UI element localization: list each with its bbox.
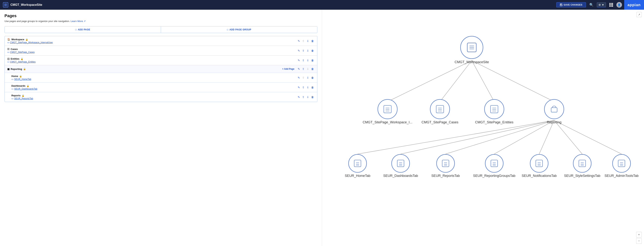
- move-up-button[interactable]: ⇧: [302, 76, 305, 80]
- node-reports: SEUR_ReportsTab: [431, 154, 460, 178]
- delete-button[interactable]: 🗑: [310, 86, 314, 89]
- row-info: 🏠 Workspace 🔒 ▭ CMGT_SitePage_Workspace_…: [7, 38, 297, 44]
- lock-icon: 🔒: [22, 94, 24, 97]
- page-icon: ▭: [7, 51, 9, 53]
- row-link: ▭ SEUR_DashboardsTab: [12, 88, 297, 90]
- right-panel: CMGT_WorkspaceSite CMGT_SitePage_Workspa…: [322, 10, 644, 246]
- row-info: Dashboards 🔒 ▭ SEUR_DashboardsTab: [12, 84, 297, 90]
- edit-button[interactable]: ✎: [297, 49, 301, 52]
- delete-button[interactable]: 🗑: [310, 67, 314, 71]
- svg-rect-2: [4, 5, 6, 6]
- edit-button[interactable]: ✎: [297, 95, 301, 99]
- grid-icon: [609, 3, 613, 7]
- move-down-button[interactable]: ⇩: [306, 86, 310, 89]
- reports-link[interactable]: SEUR_ReportsTab: [14, 97, 33, 100]
- row-name: ☷ Cases: [7, 48, 297, 50]
- cases-link[interactable]: CMGT_SitePage_Cases: [10, 51, 34, 53]
- move-up-button[interactable]: ⇧: [302, 95, 305, 99]
- move-down-button[interactable]: ⇩: [306, 67, 310, 71]
- topnav: CMGT_WorkspaceSite SAVE CHANGES 🔍 ⚙ ▼ 👤 …: [0, 0, 644, 10]
- delete-button[interactable]: 🗑: [310, 76, 314, 80]
- move-down-button[interactable]: ⇩: [306, 58, 310, 62]
- row-link: ▭ SEUR_HomeTab: [12, 78, 297, 80]
- svg-line-11: [358, 120, 554, 154]
- page-subtitle: Use pages and page groups to organize yo…: [4, 20, 317, 22]
- zoom-out-button[interactable]: −: [636, 238, 642, 244]
- svg-text:SEUR_DashboardsTab: SEUR_DashboardsTab: [383, 174, 418, 178]
- page-icon: ▭: [12, 88, 14, 90]
- edit-button[interactable]: ✎: [297, 76, 301, 80]
- page-list: 🏠 Workspace 🔒 ▭ CMGT_SitePage_Workspace_…: [4, 36, 317, 102]
- move-up-button[interactable]: ⇧: [302, 67, 305, 71]
- grid-menu-button[interactable]: [608, 2, 614, 7]
- chart-icon: ▦: [7, 68, 10, 70]
- add-page-inline-link[interactable]: + Add Page: [282, 68, 294, 70]
- row-actions: ✎ ⇧ ⇩ 🗑: [297, 49, 314, 52]
- home-link[interactable]: SEUR_HomeTab: [14, 78, 31, 80]
- node-root: CMGT_WorkspaceSite: [455, 36, 489, 64]
- edit-button[interactable]: ✎: [297, 58, 301, 62]
- move-up-button[interactable]: ⇧: [302, 58, 305, 62]
- page-icon: ▭: [7, 61, 9, 63]
- entities-icon: ◫: [7, 57, 10, 60]
- user-avatar[interactable]: 👤: [616, 2, 622, 8]
- search-button[interactable]: 🔍: [588, 2, 594, 8]
- delete-button[interactable]: 🗑: [310, 58, 314, 62]
- app-logo-icon: [3, 2, 8, 7]
- node-repgroups: SEUR_ReportingGroupsTab: [473, 154, 516, 178]
- edit-button[interactable]: ✎: [297, 86, 301, 89]
- node-workspace: CMGT_SitePage_Workspace_I...: [363, 99, 412, 124]
- move-down-button[interactable]: ⇩: [306, 76, 310, 80]
- move-down-button[interactable]: ⇩: [306, 39, 310, 43]
- svg-point-45: [348, 154, 366, 172]
- svg-rect-5: [560, 4, 562, 5]
- row-info: ◫ Entities 🔒 ▭ CMGT_SitePage_Entities: [7, 57, 297, 63]
- move-up-button[interactable]: ⇧: [302, 49, 305, 52]
- svg-text:SEUR_ReportingGroupsTab: SEUR_ReportingGroupsTab: [473, 174, 516, 178]
- delete-button[interactable]: 🗑: [310, 95, 314, 99]
- svg-text:SEUR_ReportsTab: SEUR_ReportsTab: [431, 174, 460, 178]
- svg-point-36: [484, 99, 504, 119]
- lock-icon: 🔒: [26, 85, 29, 87]
- lock-icon: 🔒: [25, 38, 28, 41]
- move-up-button[interactable]: ⇧: [302, 39, 305, 43]
- left-panel: Pages Use pages and page groups to organ…: [0, 10, 322, 246]
- row-name: ▦ Reporting 🔒: [7, 68, 282, 70]
- delete-button[interactable]: 🗑: [310, 49, 314, 52]
- learn-more-link[interactable]: Learn More ↗: [70, 20, 86, 22]
- edit-button[interactable]: ✎: [297, 39, 301, 43]
- settings-button[interactable]: ⚙ ▼: [597, 2, 606, 7]
- svg-line-17: [554, 120, 622, 154]
- row-info: Home 🔒 ▭ SEUR_HomeTab: [12, 75, 297, 80]
- svg-line-12: [400, 120, 554, 154]
- edit-button[interactable]: ✎: [297, 67, 301, 71]
- row-actions: ✎ ⇧ ⇩ 🗑: [297, 95, 314, 99]
- dashboards-link[interactable]: SEUR_DashboardsTab: [14, 88, 37, 90]
- entities-link[interactable]: CMGT_SitePage_Entities: [10, 61, 36, 63]
- svg-point-57: [436, 154, 454, 172]
- move-down-button[interactable]: ⇩: [306, 49, 310, 52]
- svg-rect-3: [6, 5, 7, 6]
- table-row: ☷ Cases ▭ CMGT_SitePage_Cases ✎ ⇧ ⇩ 🗑: [5, 46, 317, 55]
- row-name: Dashboards 🔒: [12, 84, 297, 87]
- add-page-button[interactable]: □ ADD PAGE: [5, 26, 161, 33]
- diagram-controls: + −: [636, 232, 642, 244]
- expand-diagram-button[interactable]: ↗: [636, 12, 642, 17]
- delete-button[interactable]: 🗑: [310, 39, 314, 43]
- move-up-button[interactable]: ⇧: [302, 86, 305, 89]
- table-row: Dashboards 🔒 ▭ SEUR_DashboardsTab ✎ ⇧ ⇩ …: [5, 83, 317, 92]
- node-cases: CMGT_SitePage_Cases: [422, 99, 458, 124]
- save-changes-button[interactable]: SAVE CHANGES: [556, 2, 586, 7]
- zoom-in-button[interactable]: +: [636, 232, 642, 238]
- home-icon: 🏠: [7, 38, 10, 41]
- svg-text:SEUR_HomeTab: SEUR_HomeTab: [345, 174, 370, 178]
- add-page-group-button[interactable]: □ ADD PAGE GROUP: [161, 26, 317, 33]
- add-buttons-row: □ ADD PAGE □ ADD PAGE GROUP: [4, 26, 317, 33]
- page-icon: ▭: [12, 78, 14, 80]
- table-row: Home 🔒 ▭ SEUR_HomeTab ✎ ⇧ ⇩ 🗑: [5, 73, 317, 83]
- move-down-button[interactable]: ⇩: [306, 95, 310, 99]
- page-title: Pages: [4, 13, 317, 18]
- row-name: 🏠 Workspace 🔒: [7, 38, 297, 41]
- workspace-link[interactable]: CMGT_SitePage_Workspace_InternalUser: [10, 41, 53, 44]
- svg-line-16: [554, 120, 582, 154]
